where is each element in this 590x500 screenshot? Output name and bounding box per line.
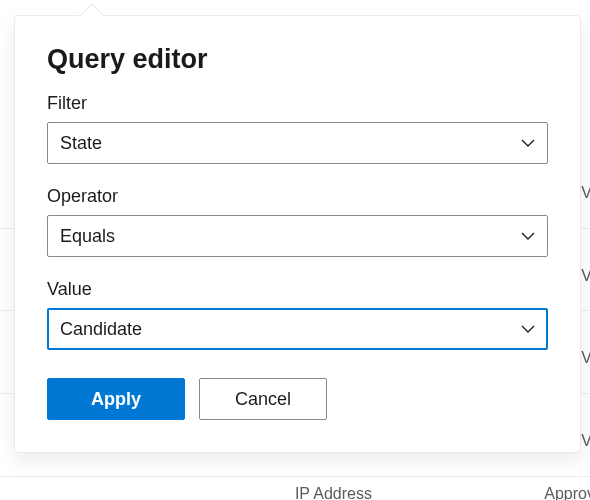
cancel-button[interactable]: Cancel <box>199 378 327 420</box>
value-label: Value <box>47 279 548 300</box>
value-select[interactable]: Candidate <box>47 308 548 350</box>
apply-button[interactable]: Apply <box>47 378 185 420</box>
bg-text: V <box>581 432 590 450</box>
panel-caret <box>79 3 104 28</box>
value-field: Value Candidate <box>47 279 548 350</box>
bg-text: V <box>581 349 590 367</box>
chevron-down-icon <box>521 229 535 243</box>
bg-divider <box>0 476 590 477</box>
bg-text: V <box>581 267 590 285</box>
operator-field: Operator Equals <box>47 186 548 257</box>
filter-select[interactable]: State <box>47 122 548 164</box>
filter-label: Filter <box>47 93 548 114</box>
query-editor-panel: Query editor Filter State Operator Equal… <box>14 15 581 453</box>
operator-label: Operator <box>47 186 548 207</box>
button-row: Apply Cancel <box>47 378 548 420</box>
filter-field: Filter State <box>47 93 548 164</box>
panel-title: Query editor <box>47 44 548 75</box>
value-value: Candidate <box>60 319 142 340</box>
filter-value: State <box>60 133 102 154</box>
operator-value: Equals <box>60 226 115 247</box>
bg-text: V <box>581 184 590 202</box>
operator-select[interactable]: Equals <box>47 215 548 257</box>
chevron-down-icon <box>521 322 535 336</box>
bg-ip-address: IP Address <box>295 485 372 500</box>
chevron-down-icon <box>521 136 535 150</box>
bg-approv: Approv <box>544 485 590 500</box>
